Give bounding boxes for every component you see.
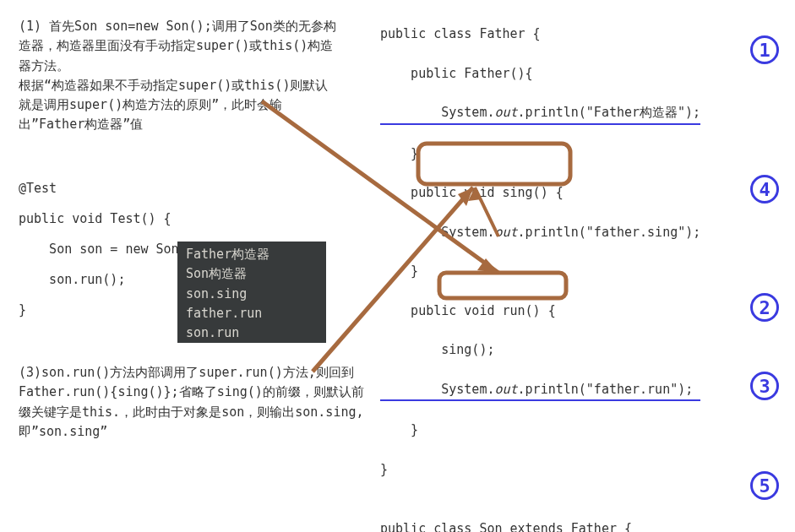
father-run-end: }	[380, 421, 700, 440]
code-right: public class Father { public Father(){ S…	[380, 5, 700, 532]
step-circle-5: 5	[750, 471, 779, 500]
step-circle-1: 1	[750, 35, 779, 64]
step-circle-3: 3	[750, 372, 779, 400]
output-line-1: Father构造器	[186, 245, 318, 264]
father-sing-body: System.out.println("father.sing");	[380, 223, 700, 242]
console-output: Father构造器 Son构造器 son.sing father.run son…	[177, 242, 326, 343]
father-ctor-decl: public Father(){	[380, 64, 700, 84]
father-class-decl: public class Father {	[380, 24, 700, 44]
output-line-4: father.run	[186, 304, 318, 323]
step-circle-4: 4	[750, 175, 779, 204]
test-method-decl: public void Test() {	[19, 211, 340, 226]
output-line-5: son.run	[186, 323, 318, 343]
son-class-decl: public class Son extends Father {	[380, 519, 700, 533]
step-circle-2: 2	[750, 293, 779, 322]
father-ctor-body: System.out.println("Father构造器");	[380, 103, 700, 124]
father-sing-decl: public void sing() {	[380, 183, 700, 203]
test-annotation: @Test	[19, 181, 340, 196]
output-line-2: Son构造器	[186, 264, 318, 284]
father-run-decl: public void run() {	[380, 301, 700, 321]
father-class-end: }	[380, 460, 700, 480]
explanation-para-3: (3)son.run()方法内部调用了super.run()方法,则回到Fath…	[19, 363, 365, 442]
father-ctor-end: }	[380, 144, 700, 164]
output-line-3: son.sing	[186, 285, 318, 304]
father-run-println: System.out.println("father.run");	[380, 380, 700, 401]
father-sing-end: }	[380, 262, 700, 281]
explanation-para-1: (1) 首先Son son=new Son();调用了Son类的无参构造器，构造…	[19, 17, 340, 135]
father-run-sing-call: sing();	[380, 340, 700, 360]
